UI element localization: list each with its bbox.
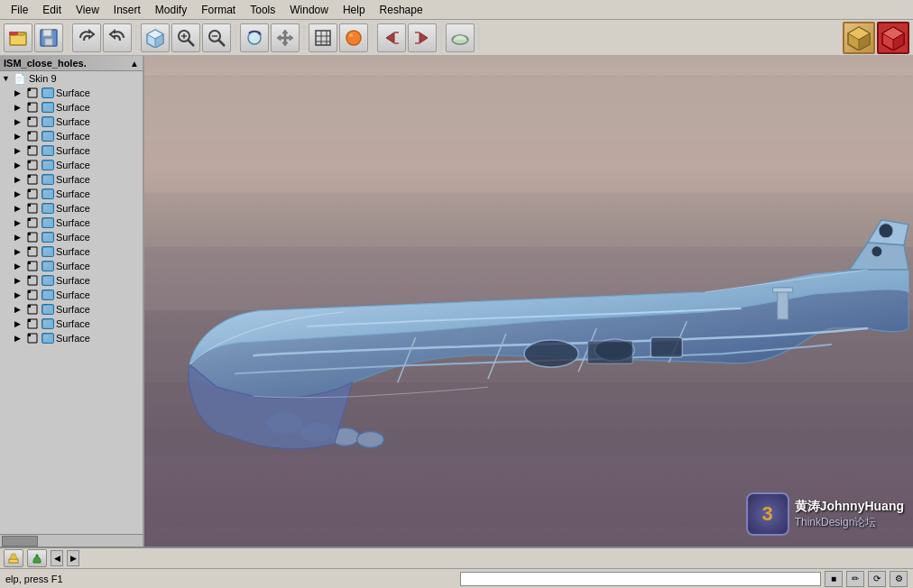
svg-point-97 bbox=[36, 555, 39, 557]
zoom-box-button[interactable] bbox=[171, 23, 200, 52]
tree-surface-10[interactable]: ▶ Surface bbox=[0, 216, 143, 230]
svg-marker-18 bbox=[277, 30, 293, 46]
statusbar-icon-2[interactable]: ✏ bbox=[846, 571, 864, 587]
statusbar-text: elp, press F1 bbox=[5, 574, 456, 584]
separator-3 bbox=[235, 25, 236, 51]
view-cube-button[interactable] bbox=[141, 23, 170, 52]
svg-rect-2 bbox=[9, 32, 18, 35]
surface-marker-icon-2 bbox=[25, 101, 40, 114]
surface-label-18: Surface bbox=[56, 333, 90, 344]
surface-label-1: Surface bbox=[56, 87, 90, 98]
svg-marker-43 bbox=[28, 103, 31, 106]
zoom-fit-button[interactable] bbox=[202, 23, 231, 52]
svg-point-86 bbox=[357, 431, 384, 447]
tree-hscroll-thumb[interactable] bbox=[2, 536, 38, 547]
surface-label-3: Surface bbox=[56, 116, 90, 127]
surface-marker-icon-14 bbox=[25, 274, 40, 287]
surface-label-12: Surface bbox=[56, 246, 90, 257]
tree-surface-6[interactable]: ▶ Surface bbox=[0, 158, 143, 172]
tree-horizontal-scrollbar[interactable] bbox=[0, 534, 143, 547]
svg-marker-41 bbox=[28, 88, 31, 91]
tree-content[interactable]: ▼ 📄 Skin 9 ▶ Surface ▶ Surface ▶ bbox=[0, 71, 143, 534]
expand-icon[interactable]: ▼ bbox=[2, 74, 13, 83]
svg-marker-71 bbox=[28, 305, 31, 308]
fly-button[interactable] bbox=[446, 23, 475, 52]
tree-surface-11[interactable]: ▶ Surface bbox=[0, 230, 143, 244]
tree-surface-12[interactable]: ▶ Surface bbox=[0, 244, 143, 259]
toolbar bbox=[0, 20, 913, 56]
open-button[interactable] bbox=[4, 23, 32, 52]
surface-marker-icon-18 bbox=[25, 332, 40, 345]
surface-marker-icon-16 bbox=[25, 303, 40, 316]
undo-button[interactable] bbox=[72, 23, 101, 52]
svg-marker-45 bbox=[28, 117, 31, 120]
surface-marker-icon-13 bbox=[25, 260, 40, 272]
tree-surface-14[interactable]: ▶ Surface bbox=[0, 273, 143, 288]
tree-surface-8[interactable]: ▶ Surface bbox=[0, 187, 143, 201]
tree-surface-18[interactable]: ▶ Surface bbox=[0, 331, 143, 345]
menu-help[interactable]: Help bbox=[336, 2, 373, 18]
svg-marker-67 bbox=[28, 276, 31, 279]
svg-marker-59 bbox=[28, 218, 31, 221]
surface-label-16: Surface bbox=[56, 304, 90, 315]
menu-view[interactable]: View bbox=[69, 2, 106, 18]
tree-surface-13[interactable]: ▶ Surface bbox=[0, 259, 143, 273]
menu-tools[interactable]: Tools bbox=[243, 2, 282, 18]
tree-collapse-icon[interactable]: ▲ bbox=[130, 59, 139, 69]
tree-surface-16[interactable]: ▶ Surface bbox=[0, 302, 143, 317]
svg-marker-73 bbox=[28, 319, 31, 322]
separator-5 bbox=[372, 25, 374, 51]
tree-surface-2[interactable]: ▶ Surface bbox=[0, 100, 143, 115]
redo-button[interactable] bbox=[103, 23, 132, 52]
svg-rect-94 bbox=[773, 288, 793, 292]
svg-rect-5 bbox=[45, 39, 52, 45]
nav-right-button[interactable]: ▶ bbox=[67, 550, 79, 566]
nav-left-button[interactable]: ◀ bbox=[51, 550, 63, 566]
menu-insert[interactable]: Insert bbox=[106, 2, 148, 18]
tree-root-item[interactable]: ▼ 📄 Skin 9 bbox=[0, 71, 143, 86]
grid-button[interactable] bbox=[309, 23, 337, 52]
tree-surface-17[interactable]: ▶ Surface bbox=[0, 317, 143, 331]
render-button[interactable] bbox=[339, 23, 368, 52]
statusbar-icon-1[interactable]: ■ bbox=[825, 571, 843, 587]
tree-surface-5[interactable]: ▶ Surface bbox=[0, 143, 143, 158]
surface-marker-icon-11 bbox=[25, 231, 40, 243]
save-button[interactable] bbox=[34, 23, 63, 52]
surface-label-15: Surface bbox=[56, 289, 90, 300]
menu-reshape[interactable]: Reshape bbox=[373, 2, 430, 18]
tree-surface-9[interactable]: ▶ Surface bbox=[0, 201, 143, 216]
svg-rect-90 bbox=[587, 341, 632, 363]
tree-surface-15[interactable]: ▶ Surface bbox=[0, 288, 143, 302]
surface-label-17: Surface bbox=[56, 318, 90, 329]
view-cube-3d[interactable] bbox=[843, 22, 875, 54]
svg-point-92 bbox=[872, 246, 882, 257]
svg-rect-89 bbox=[650, 337, 682, 357]
bucket-button[interactable] bbox=[27, 549, 47, 567]
pan-button[interactable] bbox=[271, 23, 300, 52]
watermark-name: 黄涛JohnnyHuang bbox=[795, 499, 904, 515]
separator-1 bbox=[67, 25, 69, 51]
statusbar-icon-4[interactable]: ⚙ bbox=[890, 571, 908, 587]
svg-line-10 bbox=[188, 40, 194, 46]
tree-surface-4[interactable]: ▶ Surface bbox=[0, 129, 143, 143]
svg-point-91 bbox=[879, 224, 893, 238]
3d-viewport[interactable]: 3 黄涛JohnnyHuang ThinkDesign论坛 bbox=[144, 56, 913, 547]
tree-surface-7[interactable]: ▶ Surface bbox=[0, 172, 143, 187]
view-prev-button[interactable] bbox=[377, 23, 406, 52]
menu-format[interactable]: Format bbox=[194, 2, 243, 18]
tree-surface-1[interactable]: ▶ Surface bbox=[0, 86, 143, 100]
statusbar-icon-3[interactable]: ⟳ bbox=[868, 571, 886, 587]
svg-marker-53 bbox=[28, 175, 31, 178]
menu-edit[interactable]: Edit bbox=[35, 2, 69, 18]
view-next-button[interactable] bbox=[408, 23, 437, 52]
menu-window[interactable]: Window bbox=[282, 2, 336, 18]
view-reset[interactable] bbox=[877, 22, 909, 54]
menu-file[interactable]: File bbox=[4, 2, 35, 18]
svg-point-26 bbox=[349, 33, 353, 37]
surface-label-10: Surface bbox=[56, 217, 90, 228]
pencil-button[interactable] bbox=[4, 549, 23, 567]
tree-surface-3[interactable]: ▶ Surface bbox=[0, 115, 143, 129]
menu-modify[interactable]: Modify bbox=[148, 2, 194, 18]
svg-marker-69 bbox=[28, 290, 31, 293]
rotate-button[interactable] bbox=[240, 23, 269, 52]
